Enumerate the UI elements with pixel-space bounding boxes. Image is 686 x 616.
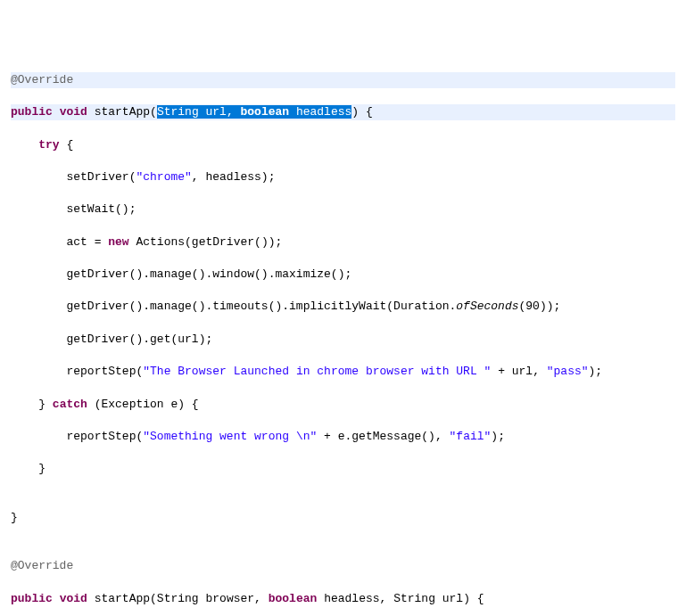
selected-text: headless [289, 105, 351, 119]
code-line[interactable]: try { [11, 137, 675, 153]
code-token: @Override [11, 73, 73, 86]
code-token: act = [66, 235, 108, 249]
code-line[interactable]: setWait(); [11, 201, 675, 218]
code-token: "The Browser Launched in chrome browser … [143, 365, 491, 378]
code-token: public [11, 592, 53, 605]
code-token: + e.getMessage(), [317, 430, 449, 443]
code-line[interactable]: @Override [11, 72, 675, 88]
code-line[interactable]: public void startApp(String url, boolean… [11, 104, 675, 120]
code-token: Actions(getDriver()); [136, 235, 282, 249]
code-token: "pass" [547, 365, 589, 378]
code-token: try [38, 138, 59, 152]
code-line[interactable]: reportStep("The Browser Launched in chro… [11, 364, 675, 380]
code-line[interactable]: getDriver().manage().window().maximize()… [11, 267, 675, 283]
selected-text: boolean [241, 105, 290, 119]
code-token: } [38, 398, 53, 411]
code-token: reportStep( [66, 365, 143, 378]
code-token: , headless); [192, 170, 276, 184]
code-token: new [108, 235, 128, 249]
code-token: headless, String url) { [324, 592, 484, 605]
code-editor[interactable]: @Override public void startApp(String ur… [11, 72, 675, 616]
code-token: (90)); [519, 300, 561, 313]
code-line[interactable]: } catch (Exception e) { [11, 397, 675, 413]
code-token: getDriver().manage().window().maximize()… [66, 267, 351, 281]
code-token: void [60, 592, 87, 605]
code-token: } [11, 511, 18, 524]
code-line[interactable]: getDriver().manage().timeouts().implicit… [11, 299, 675, 315]
code-token: @Override [11, 559, 73, 572]
code-token: (Exception e) { [95, 398, 199, 411]
code-token: "chrome" [136, 170, 191, 184]
code-token: ) { [351, 105, 372, 119]
code-token: getDriver().get(url); [66, 333, 212, 346]
code-line[interactable]: } [11, 461, 675, 477]
code-token: startApp( [95, 105, 157, 119]
code-token: reportStep( [66, 430, 143, 443]
code-line[interactable]: @Override [11, 558, 675, 574]
code-line[interactable]: reportStep("Something went wrong \n" + e… [11, 429, 675, 445]
code-line[interactable]: } [11, 510, 675, 526]
code-token: startApp(String browser, [95, 592, 269, 605]
code-token: setDriver( [66, 170, 136, 184]
code-line[interactable]: act = new Actions(getDriver()); [11, 234, 675, 251]
code-token: ); [589, 365, 603, 378]
code-token: + url, [491, 365, 546, 378]
code-line[interactable]: public void startApp(String browser, boo… [11, 591, 675, 607]
code-token: } [38, 462, 45, 475]
code-token: boolean [269, 592, 318, 605]
selected-text: String url, [157, 105, 241, 119]
code-token: "Something went wrong \n" [143, 430, 317, 443]
code-token: ofSeconds [456, 300, 518, 313]
code-token: setWait(); [66, 202, 136, 216]
code-line[interactable]: getDriver().get(url); [11, 332, 675, 348]
code-line[interactable]: setDriver("chrome", headless); [11, 169, 675, 185]
code-token: getDriver().manage().timeouts().implicit… [66, 300, 456, 313]
code-token: public [11, 105, 53, 119]
code-token: void [60, 105, 87, 119]
code-token: ); [491, 430, 505, 443]
code-token: "fail" [450, 430, 492, 443]
code-token: catch [53, 398, 87, 411]
